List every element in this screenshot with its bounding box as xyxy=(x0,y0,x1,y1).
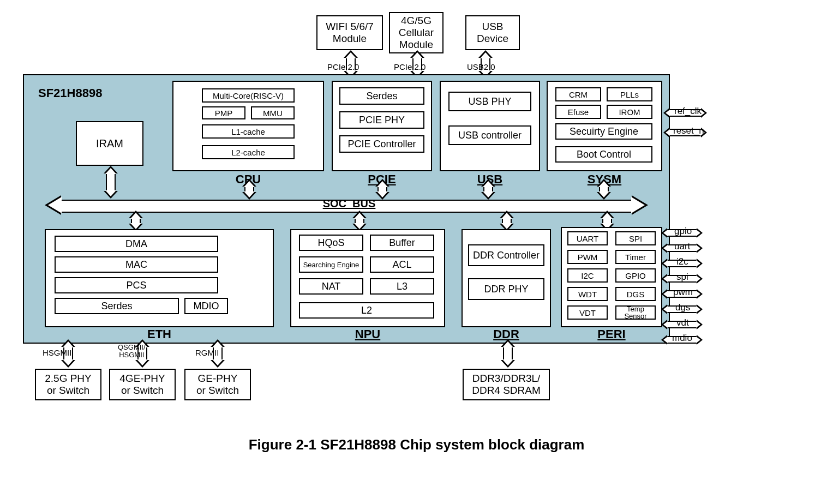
sysm-crm: CRM xyxy=(555,87,601,101)
iram-bus-connector xyxy=(106,172,116,192)
npu-l3: L3 xyxy=(370,278,434,295)
figure-caption: Figure 2-1 SF21H8898 Chip system block d… xyxy=(0,436,833,453)
pcie-bus-connector xyxy=(377,185,387,193)
soc-bus-label: SOC_BUS xyxy=(300,197,398,210)
ext-ddr-sdram: DDR3/DDR3L/ DDR4 SDRAM xyxy=(463,369,550,400)
peri-wdt: WDT xyxy=(567,287,608,301)
gpio-label: gpio xyxy=(674,226,692,237)
npu-hqos: HQoS xyxy=(299,235,363,251)
ddr-ext-connector xyxy=(503,346,513,361)
ext-ge-phy: GE-PHY or Switch xyxy=(184,369,251,400)
peri-vdt: VDT xyxy=(567,305,608,320)
cpu-core: Multi-Core(RISC-V) xyxy=(202,88,295,103)
usb-bus-connector xyxy=(483,185,493,193)
npu-nat: NAT xyxy=(299,278,363,295)
peri-uart: UART xyxy=(567,231,608,245)
cpu-mmu: MMU xyxy=(251,106,295,119)
npu-bus-connector xyxy=(355,217,364,225)
ext-25g-phy: 2.5G PHY or Switch xyxy=(35,369,101,400)
peri-pwm: PWM xyxy=(567,250,608,264)
usb-controller: USB controller xyxy=(448,125,531,145)
i2c-label: i2c xyxy=(676,256,688,267)
cpu-l1: L1-cache xyxy=(202,124,295,139)
eth-title: ETH xyxy=(45,327,274,341)
mdio-label: mdio xyxy=(672,333,692,344)
eth-dma: DMA xyxy=(55,236,218,252)
peri-i2c: I2C xyxy=(567,268,608,283)
ext-cellular-module: 4G/5G Cellular Module xyxy=(389,12,444,53)
cpu-l2: L2-cache xyxy=(202,145,295,159)
hsgmii-label: HSGMII xyxy=(43,348,71,357)
rgmii-label: RGMII xyxy=(195,348,219,357)
peri-gpio: GPIO xyxy=(615,268,656,283)
peri-dgs: DGS xyxy=(615,287,656,301)
eth-mac: MAC xyxy=(55,256,218,273)
eth-serdes: Serdes xyxy=(55,298,179,314)
sysm-bus-connector xyxy=(599,185,609,193)
pcie2-label: PCIe 2.0 xyxy=(394,62,426,71)
sysm-security: Secuirty Engine xyxy=(555,123,652,140)
pcie1-label: PCIe 2.0 xyxy=(327,62,359,71)
peri-timer: Timer xyxy=(615,250,656,264)
npu-l2: L2 xyxy=(299,302,434,319)
dgs-label: dgs xyxy=(675,302,690,313)
peri-bus-connector xyxy=(602,217,612,225)
sysm-irom: IROM xyxy=(607,105,652,119)
sysm-boot: Boot Control xyxy=(555,146,652,163)
eth-mdio: MDIO xyxy=(184,298,228,314)
refclk-label: ref_clk xyxy=(674,106,702,117)
chip-name: SF21H8898 xyxy=(38,86,102,100)
peri-title: PERI xyxy=(561,327,662,341)
ext-wifi-module: WIFI 5/6/7 Module xyxy=(316,15,383,50)
iram-block: IRAM xyxy=(76,121,143,166)
npu-search-engine: Searching Engine xyxy=(299,256,363,273)
peri-spi: SPI xyxy=(615,231,656,245)
uart-label: uart xyxy=(674,241,690,252)
ddr-phy: DDR PHY xyxy=(468,278,544,300)
pcie-phy: PCIE PHY xyxy=(339,111,424,129)
cpu-bus-connector xyxy=(244,185,254,193)
ext-usb-device: USB Device xyxy=(465,15,520,50)
usb20-label: USB2.0 xyxy=(467,62,495,71)
npu-buffer: Buffer xyxy=(370,235,434,251)
peri-temp-sensor: Temp Sensor xyxy=(615,305,656,320)
ext-4ge-phy: 4GE-PHY or Switch xyxy=(109,369,176,400)
ddr-controller: DDR Controller xyxy=(468,244,544,266)
sysm-plls: PLLs xyxy=(607,87,652,101)
usb-phy: USB PHY xyxy=(448,92,531,111)
npu-title: NPU xyxy=(290,327,445,341)
npu-acl: ACL xyxy=(370,256,434,273)
pwm-label: pwm xyxy=(673,287,693,298)
eth-bus-connector xyxy=(131,217,141,225)
eth-pcs: PCS xyxy=(55,277,218,293)
resetn-label: reset_n xyxy=(673,125,704,136)
spi-label: spi xyxy=(676,272,688,283)
qsgmii-label: QSGMII/ HSGMII xyxy=(118,344,146,359)
ddr-bus-connector xyxy=(502,217,512,225)
pcie-controller: PCIE Controller xyxy=(339,135,424,153)
sysm-efuse: Efuse xyxy=(555,105,601,119)
pcie-serdes: Serdes xyxy=(339,87,424,105)
vdt-label: vdt xyxy=(676,317,689,328)
cpu-pmp: PMP xyxy=(202,106,245,119)
